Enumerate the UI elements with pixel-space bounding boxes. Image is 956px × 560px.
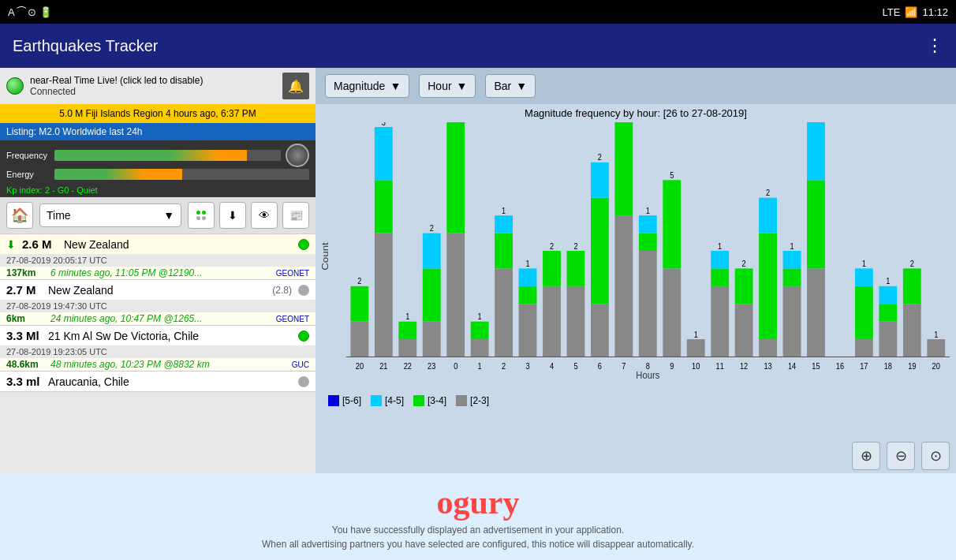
eq-main-row: 3.3 mlAraucania, Chile [0,371,316,391]
frequency-row: Frequency [6,144,309,167]
eq-depth-row: 137km 6 minutes ago, 11:05 PM @12190... … [0,267,316,279]
svg-text:16: 16 [836,362,845,371]
svg-rect-119 [903,268,921,304]
svg-text:1: 1 [718,241,722,251]
home-button[interactable]: 🏠 [6,202,33,229]
eq-status-dot [298,330,309,342]
svg-text:1: 1 [790,241,794,251]
ad-logo: ogury [437,483,520,521]
time-display: 11:12 [922,6,948,18]
eq-magnitude: 2.6 M [22,237,58,251]
eq-depth: 137km [6,267,46,278]
svg-rect-47 [567,286,585,357]
magnitude-dropdown[interactable]: Magnitude ▼ [325,74,409,98]
svg-text:12: 12 [740,362,749,371]
svg-rect-77 [711,268,729,286]
main-layout: near-Real Time Live! (click led to disab… [0,68,956,473]
app-bar: Earthquakes Tracker ⋮ [0,24,956,68]
svg-rect-121 [927,339,945,357]
hour-dropdown[interactable]: Hour ▼ [419,74,476,98]
svg-text:20: 20 [932,362,941,371]
svg-text:19: 19 [908,362,917,371]
svg-rect-113 [879,304,897,321]
filter-button[interactable]: ⬇ [219,202,246,229]
svg-rect-111 [879,322,897,357]
eq-main-row: 3.3 Ml21 Km Al Sw De Victoria, Chile [0,326,316,345]
svg-rect-17 [423,268,441,321]
svg-text:3: 3 [382,122,386,127]
svg-rect-63 [639,251,657,357]
eq-time-ago: 6 minutes ago, 11:05 PM @12190... [50,267,202,278]
svg-rect-27 [471,339,489,357]
chart-panel: Magnitude ▼ Hour ▼ Bar ▼ Magnitude frequ… [316,68,956,473]
svg-rect-15 [423,322,441,357]
ad-section: ogury You have successfully displayed an… [0,473,956,560]
svg-rect-81 [735,304,753,357]
frequency-track [54,150,281,161]
battery-icon: 📶 [905,6,917,18]
eq-source: GEONET [276,315,309,323]
eq-depth: 48.6km [6,359,46,370]
volume-knob[interactable] [286,144,309,167]
svg-text:17: 17 [860,362,868,371]
dots-button[interactable] [188,202,215,229]
svg-rect-1 [350,322,368,357]
chart-title: Magnitude frequency by hour: [26 to 27-0… [322,107,950,119]
svg-text:4: 4 [550,362,554,371]
zoom-reset-button[interactable]: ⊙ [921,442,950,470]
svg-rect-55 [591,162,609,198]
overflow-menu-button[interactable]: ⋮ [926,35,943,56]
svg-rect-67 [639,215,657,233]
svg-text:20: 20 [356,362,364,371]
eq-source: GEONET [276,269,309,278]
eq-location: 21 Km Al Sw De Victoria, Chile [48,330,292,342]
eq-location: New Zealand [64,238,292,251]
time-dropdown[interactable]: Time ▼ [39,203,181,227]
lte-icon: LTE [883,6,901,18]
list-item[interactable]: ⬇2.6 MNew Zealand 27-08-2019 20:05:17 UT… [0,234,316,280]
svg-rect-39 [519,286,537,304]
live-title: near-Real Time Live! (click led to disab… [30,75,276,86]
list-item[interactable]: 3.3 mlAraucania, Chile [0,371,316,392]
svg-rect-97 [807,268,825,357]
eq-location: New Zealand [48,284,266,297]
led-indicator[interactable] [6,77,24,95]
bar-arrow-icon: ▼ [516,80,527,92]
alert-bar: 5.0 M Fiji Islands Region 4 hours ago, 6… [0,104,316,123]
svg-rect-75 [711,286,729,357]
svg-text:2: 2 [766,189,770,198]
svg-rect-105 [855,339,873,357]
kp-index-row: Kp index: 2 - G0 - Quiet [0,183,316,197]
eq-depth-row: 6km 24 minutes ago, 10:47 PM @1265... GE… [0,312,316,325]
eye-button[interactable]: 👁 [251,202,278,229]
earthquake-list: ⬇2.6 MNew Zealand 27-08-2019 20:05:17 UT… [0,234,316,473]
legend-label: [3-4] [428,395,446,406]
list-item[interactable]: 2.7 MNew Zealand(2.8) 27-08-2019 19:47:3… [0,280,316,326]
status-bar: A ⁀ ⊙ 🔋 LTE 📶 11:12 [0,0,956,24]
energy-track [54,169,309,180]
time-label: Time [47,209,71,222]
svg-rect-23 [446,122,465,233]
svg-rect-21 [446,233,465,357]
bar-dropdown[interactable]: Bar ▼ [485,74,536,98]
svg-text:1: 1 [525,259,529,268]
eq-date: 27-08-2019 19:47:30 UTC [6,301,309,311]
live-subtitle: Connected [30,86,276,97]
list-item[interactable]: 3.3 Ml21 Km Al Sw De Victoria, Chile 27-… [0,326,316,371]
legend-label: [4-5] [385,395,404,406]
legend-label: [2-3] [470,395,489,406]
legend-label: [5-6] [342,395,361,406]
svg-text:3: 3 [525,362,529,371]
chart-svg-container: Count 2273311232710111521311424236286261… [322,122,950,390]
svg-text:1: 1 [405,312,409,321]
speaker-button[interactable]: 🔔 [282,73,309,99]
svg-text:21: 21 [379,362,388,371]
news-button[interactable]: 📰 [282,202,309,229]
svg-text:2: 2 [910,259,914,268]
magnitude-label: Magnitude [334,80,385,92]
zoom-in-button[interactable]: ⊕ [852,442,880,470]
svg-text:2: 2 [550,241,554,251]
zoom-out-button[interactable]: ⊖ [887,442,915,470]
svg-text:2: 2 [357,277,361,286]
svg-rect-85 [759,339,777,357]
